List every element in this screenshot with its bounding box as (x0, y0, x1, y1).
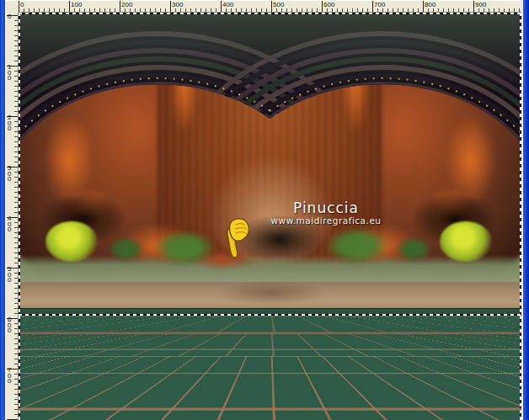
rock-glow (341, 34, 370, 135)
horizontal-ruler[interactable]: 0 100 200 300 400 500 600 700 800 900 (19, 0, 521, 13)
bush-dark-left (103, 233, 149, 265)
hruler-label: 700 (374, 1, 385, 8)
ruler-corner (5, 0, 19, 13)
vruler-label: 200 (8, 115, 13, 132)
hruler-label: 600 (323, 1, 334, 8)
bush-bright-left (45, 221, 98, 262)
grid-band-mid (19, 333, 521, 356)
hruler-label: 400 (222, 1, 233, 8)
vruler-label: 400 (8, 216, 13, 233)
rock-glow (170, 34, 199, 135)
window-border-right (523, 0, 529, 420)
hruler-label: 200 (121, 1, 132, 8)
bush-bright-right (440, 221, 492, 262)
selection-ants-right (520, 13, 521, 420)
vruler-label: 700 (8, 368, 13, 385)
sand-shadow (216, 280, 326, 306)
bush-dark-right (391, 233, 437, 265)
vruler-label: 500 (8, 267, 13, 284)
grid-mist (19, 316, 521, 327)
grid-horizon-line (19, 333, 521, 334)
image-canvas[interactable]: Pinuccia www.maidiregrafica.eu (19, 13, 521, 420)
hruler-label: 900 (475, 1, 486, 8)
grid-band-near (19, 356, 521, 420)
hruler-label: 300 (172, 1, 183, 8)
vruler-label: 600 (8, 317, 13, 334)
watermark-url: www.maidiregrafica.eu (242, 215, 410, 226)
vertical-ruler[interactable]: 0 100 200 300 400 500 600 700 (5, 13, 19, 420)
bush-green-right (315, 221, 399, 270)
vruler-label: 300 (8, 166, 13, 183)
horizontal-ruler-ticks (19, 1, 521, 12)
hruler-label: 800 (425, 1, 435, 8)
vruler-label: 100 (8, 65, 13, 82)
selection-ants-top (19, 13, 521, 14)
grid-horizon-line (19, 356, 521, 357)
selection-ants-horizontal-divider (19, 314, 521, 316)
grid-horizon-line (19, 316, 521, 316)
hruler-label: 100 (71, 1, 82, 8)
perspective-grid (19, 316, 521, 420)
watermark-name: Pinuccia (242, 199, 410, 216)
image-editor-window: 0 100 200 300 400 500 600 700 800 900 0 … (0, 0, 529, 420)
grid-band-far (19, 316, 521, 333)
hruler-label: 500 (273, 1, 284, 8)
vruler-label: 0 (8, 14, 13, 20)
grid-mist (19, 356, 521, 395)
bush-green-left (145, 225, 225, 271)
pointing-down-hand-icon (219, 215, 254, 262)
grid-mist (19, 333, 521, 347)
selection-ants-left (19, 13, 20, 420)
hruler-label: 0 (20, 1, 24, 8)
